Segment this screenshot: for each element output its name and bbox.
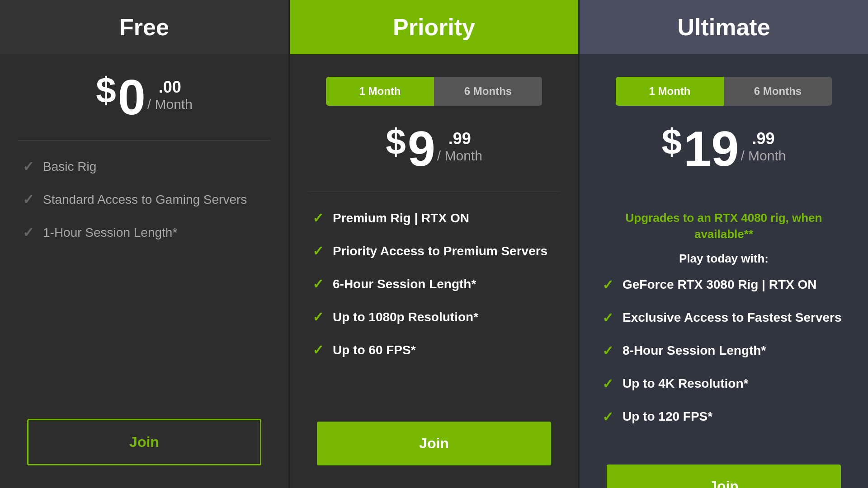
ultimate-billing-6months-button[interactable]: 6 Months (724, 77, 832, 106)
free-price-display: $ 0 .00 / Month (18, 72, 270, 122)
priority-feature-2: ✓ Priority Access to Premium Servers (312, 243, 556, 259)
ultimate-plan-title: Ultimate (589, 14, 859, 41)
ultimate-check-icon-5: ✓ (602, 409, 613, 425)
ultimate-price-section: $ 19 .99 / Month (580, 106, 868, 183)
ultimate-plan-header: Ultimate (580, 0, 868, 54)
free-price-section: $ 0 .00 / Month (0, 54, 288, 131)
ultimate-price-meta: .99 / Month (741, 129, 786, 164)
free-feature-text-3: 1-Hour Session Length* (43, 225, 177, 240)
check-icon-2: ✓ (23, 192, 34, 207)
priority-feature-4: ✓ Up to 1080p Resolution* (312, 309, 556, 325)
ultimate-feature-3: ✓ 8-Hour Session Length* (602, 343, 845, 359)
priority-price-meta: .99 / Month (437, 129, 482, 164)
ultimate-feature-4: ✓ Up to 4K Resolution* (602, 376, 845, 392)
ultimate-features: Upgrades to an RTX 4080 rig, when availa… (580, 201, 868, 451)
priority-billing-month-button[interactable]: 1 Month (326, 77, 434, 106)
ultimate-join-button[interactable]: Join (607, 465, 841, 488)
priority-price-symbol: $ (386, 124, 406, 160)
free-plan: Free $ 0 .00 / Month ✓ Basic Rig ✓ Stand… (0, 0, 288, 488)
priority-billing-6months-button[interactable]: 6 Months (434, 77, 542, 106)
check-icon-3: ✓ (23, 225, 34, 240)
priority-feature-text-3: 6-Hour Session Length* (333, 277, 476, 291)
priority-billing-toggle: 1 Month 6 Months (326, 77, 542, 106)
priority-feature-1: ✓ Premium Rig | RTX ON (312, 210, 556, 226)
free-plan-header: Free (0, 0, 288, 54)
free-join-section: Join (0, 405, 288, 488)
priority-price-main: 9 (408, 124, 435, 174)
priority-price-display: $ 9 .99 / Month (308, 124, 560, 174)
free-feature-3: ✓ 1-Hour Session Length* (23, 225, 266, 240)
priority-price-section: $ 9 .99 / Month (290, 106, 578, 183)
free-feature-1: ✓ Basic Rig (23, 159, 266, 174)
priority-feature-text-5: Up to 60 FPS* (333, 343, 416, 357)
priority-check-icon-2: ✓ (312, 243, 324, 259)
ultimate-price-period: / Month (741, 148, 786, 164)
priority-divider (308, 192, 560, 192)
ultimate-price-main: 19 (684, 124, 739, 174)
ultimate-price-display: $ 19 .99 / Month (598, 124, 850, 174)
priority-feature-text-1: Premium Rig | RTX ON (333, 211, 469, 225)
free-price-cents: .00 (147, 78, 193, 97)
ultimate-feature-text-1: GeForce RTX 3080 Rig | RTX ON (623, 277, 817, 292)
free-features: ✓ Basic Rig ✓ Standard Access to Gaming … (0, 150, 288, 405)
upgrade-note: Upgrades to an RTX 4080 rig, when availa… (602, 210, 845, 243)
free-feature-text-1: Basic Rig (43, 160, 96, 174)
priority-plan-header: Priority (290, 0, 578, 54)
priority-check-icon-5: ✓ (312, 342, 324, 358)
priority-features: ✓ Premium Rig | RTX ON ✓ Priority Access… (290, 201, 578, 408)
priority-feature-text-4: Up to 1080p Resolution* (333, 310, 478, 324)
play-today-label: Play today with: (602, 252, 845, 266)
priority-price-period: / Month (437, 148, 482, 164)
free-price-symbol: $ (96, 72, 116, 108)
ultimate-feature-5: ✓ Up to 120 FPS* (602, 409, 845, 425)
ultimate-feature-text-3: 8-Hour Session Length* (623, 343, 766, 358)
ultimate-check-icon-3: ✓ (602, 343, 613, 359)
priority-feature-3: ✓ 6-Hour Session Length* (312, 276, 556, 292)
priority-plan: Priority 1 Month 6 Months $ 9 .99 / Mont… (290, 0, 578, 488)
free-price-period: / Month (147, 97, 193, 112)
priority-join-section: Join (290, 408, 578, 488)
free-plan-title: Free (9, 14, 279, 41)
free-divider (18, 140, 270, 141)
free-feature-text-2: Standard Access to Gaming Servers (43, 192, 247, 207)
ultimate-billing-toggle: 1 Month 6 Months (616, 77, 832, 106)
priority-plan-title: Priority (299, 14, 569, 41)
ultimate-billing-month-button[interactable]: 1 Month (616, 77, 724, 106)
ultimate-feature-text-2: Exclusive Access to Fastest Servers (623, 310, 842, 325)
ultimate-feature-text-5: Up to 120 FPS* (623, 409, 712, 424)
priority-billing-toggle-wrapper: 1 Month 6 Months (290, 54, 578, 106)
priority-price-cents: .99 (437, 129, 482, 148)
ultimate-price-cents: .99 (741, 129, 786, 148)
ultimate-check-icon-2: ✓ (602, 310, 613, 326)
ultimate-plan: Ultimate 1 Month 6 Months $ 19 .99 / Mon… (580, 0, 868, 488)
priority-check-icon-1: ✓ (312, 210, 324, 226)
free-price-main: 0 (118, 72, 146, 122)
ultimate-billing-toggle-wrapper: 1 Month 6 Months (580, 54, 868, 106)
ultimate-feature-1: ✓ GeForce RTX 3080 Rig | RTX ON (602, 277, 845, 293)
ultimate-check-icon-1: ✓ (602, 277, 613, 293)
free-join-button[interactable]: Join (27, 419, 261, 465)
priority-feature-text-2: Priority Access to Premium Servers (333, 244, 547, 258)
ultimate-check-icon-4: ✓ (602, 376, 613, 392)
priority-join-button[interactable]: Join (317, 422, 551, 465)
free-price-meta: .00 / Month (147, 78, 193, 112)
ultimate-feature-2: ✓ Exclusive Access to Fastest Servers (602, 310, 845, 326)
ultimate-feature-text-4: Up to 4K Resolution* (623, 376, 748, 391)
priority-feature-5: ✓ Up to 60 FPS* (312, 342, 556, 358)
ultimate-join-section: Join (580, 451, 868, 488)
priority-check-icon-4: ✓ (312, 309, 324, 325)
priority-check-icon-3: ✓ (312, 276, 324, 292)
free-feature-2: ✓ Standard Access to Gaming Servers (23, 192, 266, 207)
ultimate-price-symbol: $ (662, 124, 682, 160)
check-icon-1: ✓ (23, 159, 34, 174)
